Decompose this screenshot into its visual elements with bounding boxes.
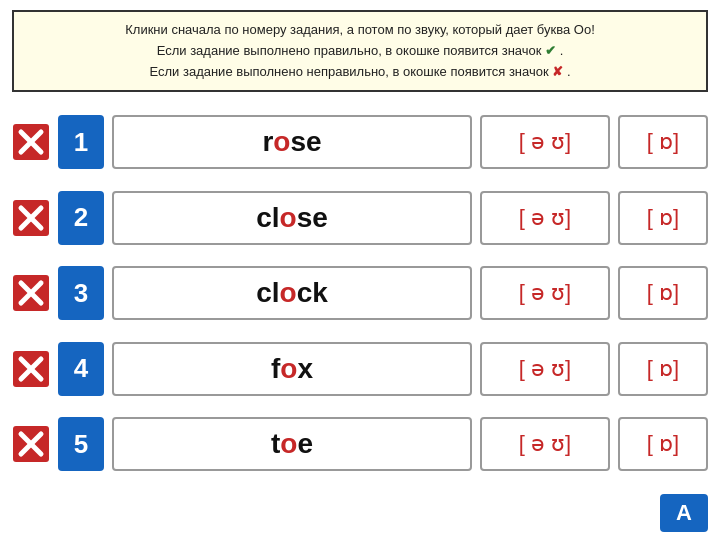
word-prefix-4: f bbox=[271, 353, 280, 385]
phonetic-short-box-1[interactable]: [ ɒ] bbox=[618, 115, 708, 169]
status-icon-5 bbox=[12, 425, 50, 463]
footer: А bbox=[0, 490, 720, 540]
phonetic-short-text-1: [ ɒ] bbox=[647, 129, 679, 155]
phonetic-short-text-3: [ ɒ] bbox=[647, 280, 679, 306]
x-mark-icon-3 bbox=[13, 275, 49, 311]
phonetic-long-box-2[interactable]: [ ə ʊ] bbox=[480, 191, 610, 245]
x-mark-icon-4 bbox=[13, 351, 49, 387]
word-suffix-2: se bbox=[297, 202, 328, 234]
x-mark-icon-1 bbox=[13, 124, 49, 160]
row-1: 1 rose [ ə ʊ] [ ɒ] bbox=[12, 108, 708, 176]
phonetic-long-text-5: [ ə ʊ] bbox=[519, 431, 571, 457]
number-box-5[interactable]: 5 bbox=[58, 417, 104, 471]
word-suffix-1: se bbox=[290, 126, 321, 158]
phonetic-long-box-1[interactable]: [ ə ʊ] bbox=[480, 115, 610, 169]
row-3: 3 clock [ ə ʊ] [ ɒ] bbox=[12, 259, 708, 327]
word-vowel-3: o bbox=[280, 277, 297, 309]
a-button[interactable]: А bbox=[660, 494, 708, 532]
word-suffix-3: ck bbox=[297, 277, 328, 309]
instruction-line1: Кликни сначала по номеру задания, а пото… bbox=[26, 20, 694, 41]
word-box-1[interactable]: rose bbox=[112, 115, 472, 169]
word-vowel-2: o bbox=[280, 202, 297, 234]
rows-area: 1 rose [ ə ʊ] [ ɒ] 2 close bbox=[0, 100, 720, 490]
word-box-3[interactable]: clock bbox=[112, 266, 472, 320]
phonetic-short-text-2: [ ɒ] bbox=[647, 205, 679, 231]
word-box-2[interactable]: close bbox=[112, 191, 472, 245]
phonetic-short-text-4: [ ɒ] bbox=[647, 356, 679, 382]
word-box-4[interactable]: fox bbox=[112, 342, 472, 396]
main-container: Кликни сначала по номеру задания, а пото… bbox=[0, 0, 720, 540]
row-2: 2 close [ ə ʊ] [ ɒ] bbox=[12, 184, 708, 252]
word-box-5[interactable]: toe bbox=[112, 417, 472, 471]
instruction-line2: Если задание выполнено правильно, в окош… bbox=[26, 41, 694, 62]
row-4: 4 fox [ ə ʊ] [ ɒ] bbox=[12, 335, 708, 403]
number-box-2[interactable]: 2 bbox=[58, 191, 104, 245]
status-icon-1 bbox=[12, 123, 50, 161]
word-vowel-5: o bbox=[280, 428, 297, 460]
word-vowel-4: o bbox=[280, 353, 297, 385]
phonetic-short-box-4[interactable]: [ ɒ] bbox=[618, 342, 708, 396]
phonetic-short-box-2[interactable]: [ ɒ] bbox=[618, 191, 708, 245]
x-mark-icon-2 bbox=[13, 200, 49, 236]
status-icon-3 bbox=[12, 274, 50, 312]
x-mark-icon-5 bbox=[13, 426, 49, 462]
phonetic-long-box-4[interactable]: [ ə ʊ] bbox=[480, 342, 610, 396]
phonetic-short-text-5: [ ɒ] bbox=[647, 431, 679, 457]
word-prefix-5: t bbox=[271, 428, 280, 460]
word-prefix-1: r bbox=[262, 126, 273, 158]
phonetic-long-text-4: [ ə ʊ] bbox=[519, 356, 571, 382]
number-box-1[interactable]: 1 bbox=[58, 115, 104, 169]
phonetic-long-text-2: [ ə ʊ] bbox=[519, 205, 571, 231]
phonetic-short-box-3[interactable]: [ ɒ] bbox=[618, 266, 708, 320]
phonetic-long-text-1: [ ə ʊ] bbox=[519, 129, 571, 155]
number-box-4[interactable]: 4 bbox=[58, 342, 104, 396]
word-prefix-2: cl bbox=[256, 202, 279, 234]
word-prefix-3: cl bbox=[256, 277, 279, 309]
number-box-3[interactable]: 3 bbox=[58, 266, 104, 320]
instruction-line3: Если задание выполнено неправильно, в ок… bbox=[26, 62, 694, 83]
phonetic-long-text-3: [ ə ʊ] bbox=[519, 280, 571, 306]
status-icon-4 bbox=[12, 350, 50, 388]
phonetic-short-box-5[interactable]: [ ɒ] bbox=[618, 417, 708, 471]
instructions-box: Кликни сначала по номеру задания, а пото… bbox=[12, 10, 708, 92]
word-suffix-4: x bbox=[297, 353, 313, 385]
word-vowel-1: o bbox=[273, 126, 290, 158]
phonetic-long-box-5[interactable]: [ ə ʊ] bbox=[480, 417, 610, 471]
phonetic-long-box-3[interactable]: [ ə ʊ] bbox=[480, 266, 610, 320]
row-5: 5 toe [ ə ʊ] [ ɒ] bbox=[12, 410, 708, 478]
word-suffix-5: e bbox=[297, 428, 313, 460]
status-icon-2 bbox=[12, 199, 50, 237]
